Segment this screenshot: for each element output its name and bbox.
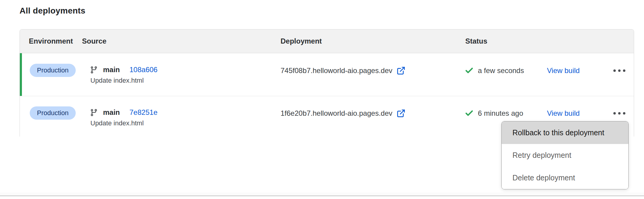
source-cell: main 7e8251e Update index.html [90, 107, 157, 127]
current-deployment-indicator [20, 53, 22, 96]
deployment-cell: 1f6e20b7.helloworld-aio.pages.dev [281, 108, 406, 119]
status-time: a few seconds [478, 66, 524, 75]
commit-link[interactable]: 7e8251e [129, 108, 157, 117]
view-build-link[interactable]: View build [547, 65, 580, 76]
environment-badge: Production [30, 64, 76, 77]
column-header-deployment: Deployment [281, 29, 322, 53]
source-cell: main 108a606 Update index.html [90, 64, 157, 84]
row-menu-button[interactable] [610, 65, 628, 76]
deployment-url: 1f6e20b7.helloworld-aio.pages.dev [281, 109, 392, 118]
column-header-environment: Environment [29, 29, 73, 53]
page-title: All deployments [20, 6, 85, 16]
check-icon [465, 66, 474, 75]
commit-message: Update index.html [90, 119, 157, 127]
menu-item-rollback[interactable]: Rollback to this deployment [502, 121, 628, 144]
external-link-icon[interactable] [396, 66, 406, 75]
branch-name: main [103, 66, 120, 74]
ellipsis-icon [613, 69, 616, 72]
menu-item-delete[interactable]: Delete deployment [502, 167, 628, 189]
external-link-icon[interactable] [396, 109, 406, 118]
deployment-url: 745f08b7.helloworld-aio.pages.dev [281, 66, 392, 75]
check-icon [465, 109, 474, 118]
menu-item-retry[interactable]: Retry deployment [502, 144, 628, 167]
table-header-row: Environment Source Deployment Status [20, 29, 634, 53]
column-header-status: Status [465, 29, 487, 53]
git-branch-icon [90, 66, 98, 74]
commit-message: Update index.html [90, 77, 157, 84]
table-row: Production main 108a606 Update index.htm… [20, 53, 634, 96]
commit-link[interactable]: 108a606 [129, 66, 157, 74]
deployment-cell: 745f08b7.helloworld-aio.pages.dev [281, 65, 406, 76]
row-menu-button[interactable] [610, 108, 628, 119]
status-cell: 6 minutes ago [465, 108, 523, 119]
branch-name: main [103, 108, 120, 117]
section-divider [0, 195, 644, 196]
view-build-link[interactable]: View build [547, 108, 580, 119]
ellipsis-icon [613, 112, 616, 115]
row-context-menu: Rollback to this deployment Retry deploy… [501, 121, 629, 189]
status-cell: a few seconds [465, 65, 524, 76]
status-time: 6 minutes ago [478, 109, 523, 118]
git-branch-icon [90, 109, 98, 117]
environment-badge: Production [30, 106, 76, 120]
bottom-band [0, 192, 644, 195]
column-header-source: Source [82, 29, 106, 53]
